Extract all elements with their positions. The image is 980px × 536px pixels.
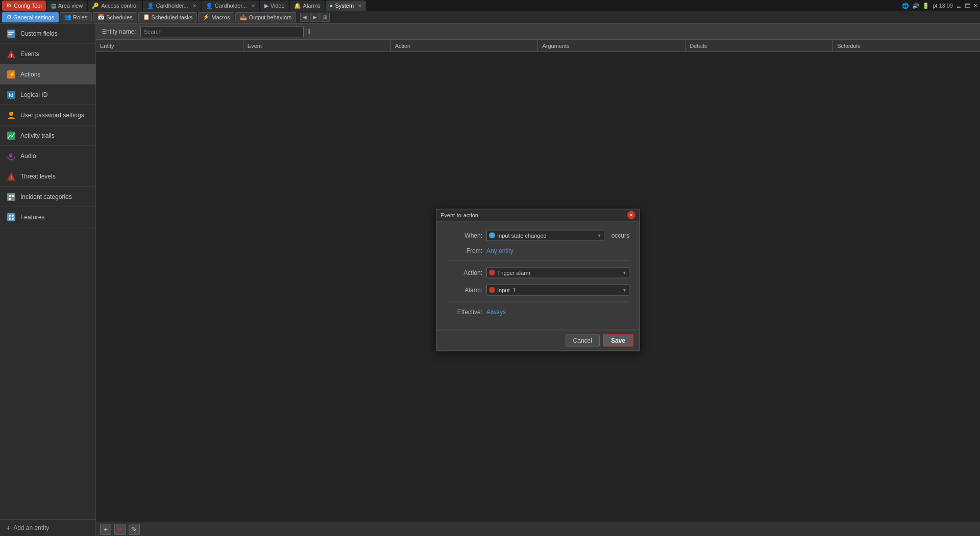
info-icon: ℹ [308,28,310,36]
dialog-divider [447,260,629,261]
system-icon: ● [330,3,333,9]
incident-categories-icon [6,192,16,202]
table-body: Event-to-action ✕ When: Input state chan… [96,52,980,522]
sidebar-item-events[interactable]: ! Events [0,44,95,64]
alarm-select-arrow: ▼ [622,287,627,292]
alarms-icon: 🔔 [294,3,301,9]
activity-trails-label: Activity trails [20,132,55,139]
close-icon[interactable]: ✕ [973,3,978,9]
action-select[interactable]: Trigger alarm [497,269,620,275]
cardholder1-icon: 👤 [147,3,154,9]
tab-close-cardholder1[interactable]: ✕ [192,3,197,9]
toolbar-macros[interactable]: ⚡ Macros [198,12,234,22]
sidebar-item-audio[interactable]: Audio [0,146,95,166]
alarm-select[interactable]: Input_1 [497,287,620,293]
nav-next[interactable]: ▶ [310,13,320,22]
toolbar-general-settings[interactable]: ⚙ General settings [2,12,59,22]
sidebar-item-actions[interactable]: ⚡ Actions [0,64,95,85]
th-details: Details [685,40,833,52]
nav-home[interactable]: ⊞ [321,13,330,22]
effective-value[interactable]: Always [486,308,506,315]
custom-fields-icon [6,29,16,39]
svg-text:!: ! [11,53,12,58]
when-select-arrow: ▼ [597,233,602,238]
dialog-divider-2 [447,301,629,302]
nav-prev[interactable]: ◀ [300,13,309,22]
delete-button[interactable]: × [114,524,126,535]
svg-rect-1 [8,32,14,33]
clock: pt 13:09 [933,3,953,9]
tab-cardholder-2[interactable]: 👤 Cardholder... ✕ [202,1,259,11]
tab-access-control[interactable]: 🔑 Access control [88,1,142,11]
config-tool-label: Config Tool [14,3,42,9]
occurs-label: occurs [611,232,629,239]
tab-video[interactable]: ▶ Video [260,1,289,11]
th-event: Event [243,40,391,52]
effective-label: Effective: [447,308,482,315]
toolbar-scheduled-tasks[interactable]: 📋 Scheduled tasks [138,12,198,22]
title-bar: ⚙ Config Tool ▤ Area view 🔑 Access contr… [0,0,980,11]
sidebar-item-user-password[interactable]: User password settings [0,105,95,125]
area-view-icon: ▤ [51,3,56,9]
alarm-select-container[interactable]: Input_1 ▼ [486,284,629,295]
sidebar-item-threat-levels[interactable]: ! Threat levels [0,166,95,187]
entity-name-bar: Entity name: ℹ [96,23,980,40]
svg-rect-15 [7,193,15,201]
from-label: From: [447,247,482,254]
sidebar-item-activity-trails[interactable]: Activity trails [0,125,95,146]
audio-label: Audio [20,152,36,160]
content-area: Entity name: ℹ Entity Event Action Argum… [96,23,980,536]
svg-point-21 [12,215,14,217]
toolbar-output-behaviors[interactable]: 📤 Output behaviors [235,12,296,22]
logical-id-icon: Id [6,90,16,100]
logical-id-label: Logical ID [20,91,47,98]
minimize-icon[interactable]: 🗕 [956,3,962,9]
sidebar-item-logical-id[interactable]: Id Logical ID [0,85,95,105]
dialog-title-bar: Event-to-action ✕ [436,209,640,221]
entity-search-input[interactable] [140,26,304,37]
svg-point-22 [9,218,11,220]
tab-cardholder-1[interactable]: 👤 Cardholder... ✕ [143,1,201,11]
from-value[interactable]: Any entity [486,247,513,254]
action-event-icon [489,269,495,275]
action-select-arrow: ▼ [622,270,627,275]
output-behaviors-icon: 📤 [240,14,247,20]
save-button[interactable]: Save [603,334,633,346]
toolbar-roles[interactable]: 👥 Roles [60,12,92,22]
tab-close-system[interactable]: ✕ [358,3,362,9]
svg-rect-18 [9,198,11,200]
tab-area-view[interactable]: ▤ Area view [47,1,87,11]
add-entity-button[interactable]: + Add an entity [0,519,95,536]
dialog-title: Event-to-action [440,212,478,218]
action-select-container[interactable]: Trigger alarm ▼ [486,267,629,278]
cancel-button[interactable]: Cancel [566,334,600,346]
sidebar-item-features[interactable]: Features [0,207,95,227]
threat-levels-label: Threat levels [20,173,56,180]
sidebar-item-custom-fields[interactable]: Custom fields [0,23,95,44]
sidebar-item-incident-categories[interactable]: Incident categories [0,187,95,207]
svg-rect-2 [8,34,12,35]
tab-system[interactable]: ● System ✕ [326,1,366,11]
dialog-when-row: When: Input state changed ▼ occurs [447,229,629,241]
dialog-effective-row: Effective: Always [447,308,629,315]
when-select[interactable]: Input state changed [497,232,595,238]
edit-button[interactable]: ✎ [129,524,140,535]
actions-icon: ⚡ [6,69,16,80]
scheduled-tasks-icon: 📋 [143,14,150,20]
dialog-body: When: Input state changed ▼ occurs From: [436,221,640,329]
svg-rect-11 [9,154,12,158]
add-button[interactable]: + [100,524,111,535]
dialog-close-button[interactable]: ✕ [627,211,635,219]
action-bar: + × ✎ [96,522,980,536]
th-arguments: Arguments [538,40,685,52]
audio-icon [6,151,16,161]
tab-alarms[interactable]: 🔔 Alarms [290,1,325,11]
svg-text:Id: Id [9,92,14,98]
maximize-icon[interactable]: 🗖 [965,3,970,9]
features-label: Features [20,214,44,221]
when-select-container[interactable]: Input state changed ▼ [486,229,604,241]
tab-close-cardholder2[interactable]: ✕ [251,3,255,9]
toolbar-schedules[interactable]: 📅 Schedules [93,12,137,22]
dialog-footer: Cancel Save [436,329,640,350]
config-tool-tab[interactable]: ⚙ Config Tool [2,1,46,11]
